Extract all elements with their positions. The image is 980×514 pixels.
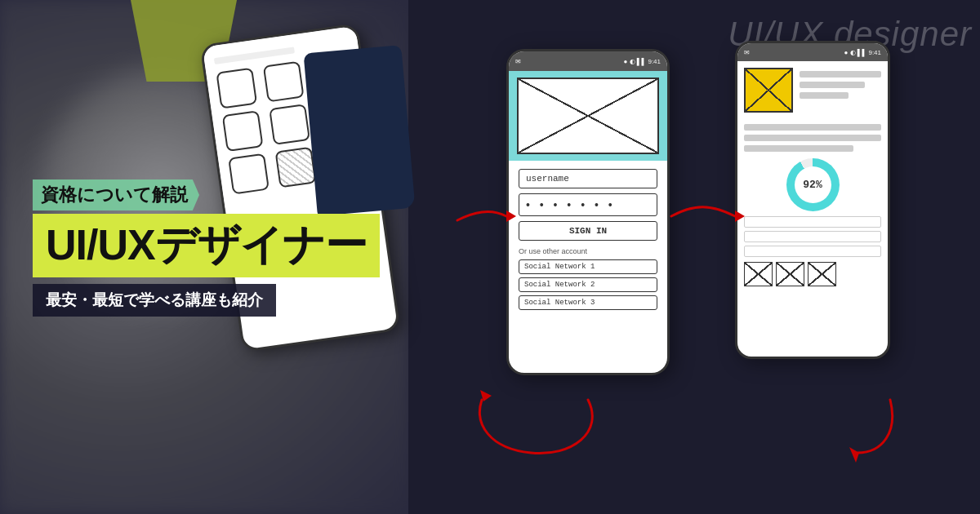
text-lines-main	[744, 124, 881, 152]
phone-1-status	[214, 47, 295, 64]
phone-2-status: ● ◐ ▌▌ 9:41	[624, 58, 661, 65]
grid-icon-1	[216, 68, 257, 109]
phone-3-top-row	[744, 68, 881, 119]
or-label: Or use other account	[519, 247, 657, 255]
phone-2-login-form: username • • • • • • • SIGN IN Or use ot…	[509, 161, 667, 321]
phone-3-email-icon: ✉	[744, 49, 750, 56]
bg-right	[408, 0, 980, 514]
small-box-1	[744, 262, 773, 286]
page-container: UI/UX designer ✉ ● ◐ ▌▌ 9:41	[0, 0, 980, 514]
social-network-3-btn: Social Network 3	[519, 295, 657, 310]
text-line-2	[800, 82, 865, 88]
small-box-3	[808, 262, 836, 286]
grid-icon-2	[262, 61, 304, 103]
grid-icon-5	[269, 104, 310, 145]
progress-value: 92%	[795, 166, 831, 203]
phone-3-content: 92%	[737, 61, 888, 293]
badge-top: 資格について解説	[33, 179, 199, 210]
phone-2-hero	[509, 71, 667, 161]
phone-3-header: ✉ ● ◐ ▌▌ 9:41	[737, 43, 888, 61]
grid-icon-4	[222, 110, 264, 152]
phone-2-email-icon: ✉	[515, 58, 521, 65]
badge-main: UI/UXデザイナー	[33, 214, 380, 277]
yellow-placeholder-box	[744, 68, 793, 113]
subtitle: 最安・最短で学べる講座も紹介	[33, 284, 276, 317]
wireframe-row-3	[744, 246, 881, 257]
small-boxes-row	[744, 262, 881, 286]
wireframe-rows	[744, 216, 881, 257]
sign-in-button: SIGN IN	[519, 221, 657, 241]
phone-3-status: ● ◐ ▌▌ 9:41	[844, 49, 881, 56]
wireframe-hero-image	[517, 78, 659, 154]
wireframe-row-2	[744, 231, 881, 242]
phone-mockup-3: ✉ ● ◐ ▌▌ 9:41 92%	[735, 41, 890, 359]
phone-2-header: ✉ ● ◐ ▌▌ 9:41	[509, 51, 667, 71]
progress-circle: 92%	[786, 158, 840, 211]
text-line-full-2	[744, 135, 881, 141]
text-overlay: 資格について解説 UI/UXデザイナー 最安・最短で学べる講座も紹介	[33, 179, 380, 317]
small-box-2	[776, 262, 804, 286]
text-line-3	[800, 92, 849, 99]
text-lines-right	[800, 71, 881, 99]
text-line-1	[800, 71, 881, 78]
password-field: • • • • • • •	[519, 193, 657, 216]
text-line-medium	[744, 145, 853, 152]
wireframe-row-1	[744, 216, 881, 228]
social-network-2-btn: Social Network 2	[519, 277, 657, 292]
username-field: username	[519, 169, 657, 188]
social-network-1-btn: Social Network 1	[519, 259, 657, 274]
text-line-full-1	[744, 124, 881, 131]
phone-mockup-2: ✉ ● ◐ ▌▌ 9:41 username • • • • • • • SIG…	[506, 49, 670, 375]
